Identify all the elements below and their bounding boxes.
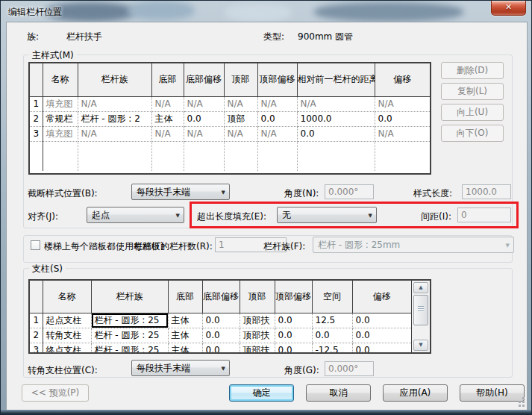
table-cell[interactable]: 转角支柱	[43, 328, 91, 343]
table-cell[interactable]: N/A	[78, 96, 151, 111]
titlebar-glass-blob	[314, 2, 463, 22]
row-number: 2	[30, 111, 43, 126]
table-cell[interactable]: 0.0	[352, 313, 411, 328]
table-cell[interactable]: 栏杆 - 圆形 : 2	[78, 111, 151, 126]
table-cell[interactable]: 填充图	[43, 126, 78, 141]
chevron-down-icon: ▼	[369, 213, 372, 219]
angle-g-input: 0.000°	[325, 361, 374, 376]
spacing-input: 0	[457, 208, 511, 222]
scroll-up-button[interactable]: ▲	[413, 282, 428, 293]
justify-combo[interactable]: 起点 ▼	[87, 207, 184, 223]
table-cell[interactable]: 主体	[168, 343, 202, 354]
table-cell[interactable]: 0.0	[202, 313, 240, 328]
preview-button: << 预览(P)	[22, 384, 89, 402]
table-cell[interactable]: 0.0	[375, 111, 430, 126]
corner-posts-label: 转角支柱位置(C):	[28, 364, 98, 377]
table-cell[interactable]: N/A	[151, 126, 184, 141]
column-header: 顶部偏移	[275, 281, 312, 313]
table-row: 3 终点支柱 栏杆 - 圆形 : 25 主体 0.0 顶部扶 0.0 -12.5…	[30, 343, 411, 354]
apply-button[interactable]: 应用(A)	[383, 384, 448, 402]
table-cell[interactable]: 0.0	[352, 343, 411, 354]
table-cell[interactable]: N/A	[224, 96, 257, 111]
scroll-thumb[interactable]	[413, 295, 428, 325]
table-cell[interactable]: N/A	[257, 126, 297, 141]
table-cell[interactable]: 0.0	[184, 111, 224, 126]
table-cell[interactable]: N/A	[184, 96, 224, 111]
posts-group-label: 支柱(S)	[29, 263, 66, 275]
table-cell[interactable]: 0.0	[352, 328, 411, 343]
table-cell[interactable]: 0.0	[257, 111, 297, 126]
table-cell[interactable]: 终点支柱	[43, 343, 91, 354]
family-value: 栏杆扶手	[66, 31, 102, 43]
scroll-down-button[interactable]: ▼	[413, 340, 428, 351]
table-cell[interactable]: 顶部扶	[240, 343, 275, 354]
column-header: 名称	[43, 281, 91, 313]
chevron-down-icon: ▼	[222, 190, 225, 196]
row-number: 3	[30, 343, 43, 354]
column-header	[30, 281, 43, 313]
table-cell[interactable]: -12.5	[312, 343, 352, 354]
dialog-window: 编辑栏杆位置 ✕ 族: 栏杆扶手 类型: 900mm 圆管 主样式(M) 名称 …	[0, 0, 532, 415]
table-cell[interactable]: 主体	[168, 328, 202, 343]
table-empty-area	[30, 141, 430, 171]
treads-checkbox[interactable]	[31, 240, 40, 250]
table-cell[interactable]: 0.0	[297, 126, 375, 141]
column-header: 名称	[43, 63, 78, 96]
ok-button[interactable]: 确定	[229, 384, 294, 402]
help-button[interactable]: 帮助(H)	[460, 384, 525, 402]
column-header: 偏移	[375, 63, 430, 96]
table-row: 1 填充图 N/A N/A N/A N/A N/A N/A N/A	[30, 96, 430, 111]
selected-table-cell[interactable]: 栏杆 - 圆形 : 25	[91, 313, 168, 328]
column-header: 相对前一栏杆的距离	[297, 63, 375, 96]
titlebar-glass-blob	[128, 1, 195, 20]
resize-grip[interactable]	[519, 405, 521, 407]
chevron-down-icon: ▼	[176, 213, 180, 219]
table-cell[interactable]: 0.0	[202, 343, 240, 354]
column-header: 底部偏移	[184, 63, 224, 96]
angle-n-label: 角度(N):	[284, 187, 319, 200]
table-cell[interactable]: 0.0	[275, 343, 312, 354]
table-cell[interactable]: 起点支柱	[43, 313, 91, 328]
table-cell[interactable]: 0.0	[202, 328, 240, 343]
pattern-length-input: 1000.0	[462, 184, 511, 199]
close-button[interactable]: ✕	[491, 1, 526, 16]
excess-fill-combo[interactable]: 无 ▼	[277, 207, 377, 223]
column-header	[30, 63, 43, 96]
table-cell[interactable]: 12.5	[312, 313, 352, 328]
corner-posts-combo[interactable]: 每段扶手末端 ▼	[131, 360, 230, 376]
table-cell[interactable]: 0.0	[312, 328, 352, 343]
table-cell[interactable]: 顶部扶	[240, 328, 275, 343]
table-cell[interactable]: 栏杆 - 圆形 : 25	[91, 343, 168, 354]
table-cell[interactable]: 顶部扶	[240, 313, 275, 328]
table-cell[interactable]: 0.0	[275, 328, 312, 343]
table-cell[interactable]: 0.0	[275, 313, 312, 328]
table-cell[interactable]: N/A	[297, 96, 375, 111]
table-cell[interactable]: 填充图	[43, 96, 78, 111]
table-cell[interactable]: N/A	[184, 126, 224, 141]
table-cell[interactable]: N/A	[375, 126, 430, 141]
table-cell[interactable]: N/A	[151, 96, 184, 111]
table-cell[interactable]: N/A	[224, 126, 257, 141]
table-cell[interactable]: 主体	[168, 313, 202, 328]
excess-fill-value: 无	[282, 210, 291, 220]
table-cell[interactable]: N/A	[257, 96, 297, 111]
table-cell[interactable]: 栏杆 - 圆形 : 25	[91, 328, 168, 343]
break-pattern-combo[interactable]: 每段扶手末端 ▼	[131, 184, 230, 200]
move-up-button: 向上(U)	[441, 104, 504, 121]
cancel-button[interactable]: 取消	[306, 384, 371, 402]
title-bar[interactable]: 编辑栏杆位置	[1, 1, 531, 22]
table-cell[interactable]: 顶部	[224, 111, 257, 126]
table-cell[interactable]: 常规栏	[43, 111, 78, 126]
break-pattern-value: 每段扶手末端	[137, 187, 190, 197]
spacing-label: 间距(I):	[421, 210, 451, 223]
posts-scrollbar[interactable]: ▲ ▼	[411, 281, 430, 352]
table-cell[interactable]: 1000.0	[297, 111, 375, 126]
baluster-family-combo: 栏杆 - 圆形 : 25mm ▼	[313, 237, 514, 253]
scroll-up-icon: ▲	[419, 284, 422, 290]
table-cell[interactable]: N/A	[78, 126, 151, 141]
justify-label: 对齐(J):	[28, 210, 58, 223]
column-header: 顶部偏移	[257, 63, 297, 96]
table-cell[interactable]: N/A	[375, 96, 430, 111]
table-cell[interactable]: 主体	[151, 111, 184, 126]
type-label: 类型:	[263, 31, 284, 43]
